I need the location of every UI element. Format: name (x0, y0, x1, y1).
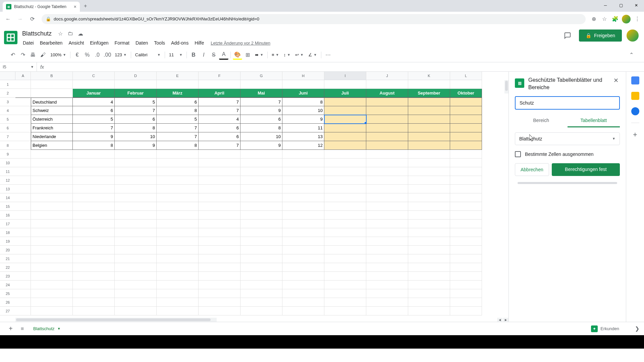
cell[interactable] (115, 150, 157, 159)
menu-format[interactable]: Format (112, 39, 132, 47)
cell[interactable]: 5 (73, 115, 115, 124)
cell[interactable] (199, 167, 240, 176)
cell[interactable] (15, 159, 31, 167)
cell[interactable] (324, 202, 366, 211)
cell[interactable]: 10 (115, 132, 157, 141)
name-box[interactable]: I5 ▼ (0, 62, 37, 71)
undo-button[interactable]: ↶ (8, 50, 17, 60)
row-header[interactable]: 17 (0, 220, 15, 228)
cell[interactable] (240, 237, 282, 246)
cell[interactable] (31, 254, 73, 263)
cell[interactable]: 7 (73, 124, 115, 132)
cell[interactable]: 9 (240, 106, 282, 115)
cell[interactable] (450, 246, 482, 254)
col-header-C[interactable]: C (73, 72, 115, 80)
cell[interactable] (282, 176, 324, 185)
cell[interactable]: 7 (199, 141, 240, 150)
cell[interactable] (115, 254, 157, 263)
cell[interactable] (324, 272, 366, 281)
minimize-button[interactable]: ─ (598, 0, 613, 11)
cell[interactable] (199, 80, 240, 89)
cell[interactable] (240, 298, 282, 307)
cell[interactable]: 8 (157, 106, 199, 115)
cell[interactable] (157, 211, 199, 220)
cell[interactable] (240, 246, 282, 254)
cell[interactable] (15, 211, 31, 220)
sheet-tab-active[interactable]: Blattschutz ▼ (29, 323, 65, 334)
cell[interactable] (324, 281, 366, 289)
cell[interactable] (115, 298, 157, 307)
cell[interactable] (73, 289, 115, 298)
cell[interactable] (408, 220, 450, 228)
cell[interactable] (408, 281, 450, 289)
cell[interactable]: 8 (282, 98, 324, 106)
cell[interactable] (15, 141, 31, 150)
cell[interactable]: März (157, 89, 199, 98)
cell[interactable] (31, 176, 73, 185)
cell[interactable] (73, 254, 115, 263)
bold-button[interactable]: B (189, 50, 198, 60)
cell[interactable] (282, 289, 324, 298)
cell[interactable]: 8 (73, 141, 115, 150)
cell[interactable]: 7 (115, 106, 157, 115)
cell[interactable] (73, 176, 115, 185)
cell[interactable] (366, 124, 408, 132)
cell[interactable] (115, 80, 157, 89)
cell[interactable] (324, 150, 366, 159)
currency-button[interactable]: € (72, 50, 82, 60)
cell[interactable] (73, 185, 115, 193)
cell[interactable]: Juni (282, 89, 324, 98)
cell[interactable]: 12 (282, 141, 324, 150)
cell[interactable]: 6 (199, 132, 240, 141)
cell[interactable] (282, 263, 324, 272)
cell[interactable] (240, 185, 282, 193)
cell[interactable] (240, 228, 282, 237)
cell[interactable] (366, 298, 408, 307)
cell[interactable] (15, 246, 31, 254)
cell[interactable] (366, 289, 408, 298)
cell[interactable] (31, 89, 73, 98)
row-header[interactable]: 19 (0, 237, 15, 246)
cell[interactable] (73, 159, 115, 167)
cell[interactable] (366, 167, 408, 176)
calendar-icon[interactable] (631, 76, 639, 84)
cell[interactable] (240, 193, 282, 202)
row-header[interactable]: 16 (0, 211, 15, 220)
cell[interactable] (282, 298, 324, 307)
cell[interactable] (408, 298, 450, 307)
cell[interactable] (199, 193, 240, 202)
description-input[interactable] (515, 96, 620, 110)
sheets-logo-icon[interactable] (4, 31, 17, 44)
row-header[interactable]: 24 (0, 281, 15, 289)
borders-button[interactable]: ⊞ (243, 50, 252, 60)
menu-addons[interactable]: Add-ons (168, 39, 191, 47)
cell[interactable] (157, 228, 199, 237)
menu-daten[interactable]: Daten (133, 39, 151, 47)
cell[interactable]: Februar (115, 89, 157, 98)
cell[interactable] (366, 150, 408, 159)
cell[interactable] (199, 176, 240, 185)
cell[interactable] (73, 193, 115, 202)
cell[interactable] (450, 176, 482, 185)
strikethrough-button[interactable]: S (209, 50, 218, 60)
cell[interactable] (408, 246, 450, 254)
cell[interactable] (73, 228, 115, 237)
cell[interactable] (31, 80, 73, 89)
cell[interactable] (157, 176, 199, 185)
print-button[interactable]: 🖶 (28, 50, 38, 60)
row-header[interactable]: 26 (0, 298, 15, 307)
col-header-L[interactable]: L (450, 72, 482, 80)
move-icon[interactable]: 🗀 (67, 30, 74, 37)
cell[interactable] (31, 228, 73, 237)
cell[interactable] (366, 228, 408, 237)
cell[interactable] (157, 220, 199, 228)
cell[interactable] (282, 281, 324, 289)
star-icon[interactable]: ☆ (600, 15, 608, 23)
cell[interactable] (366, 185, 408, 193)
cell[interactable] (15, 106, 31, 115)
decrease-decimal-button[interactable]: .0 (93, 50, 102, 60)
cell[interactable] (240, 289, 282, 298)
row-header[interactable]: 10 (0, 159, 15, 167)
cell[interactable]: 6 (115, 115, 157, 124)
cell[interactable]: 6 (157, 98, 199, 106)
